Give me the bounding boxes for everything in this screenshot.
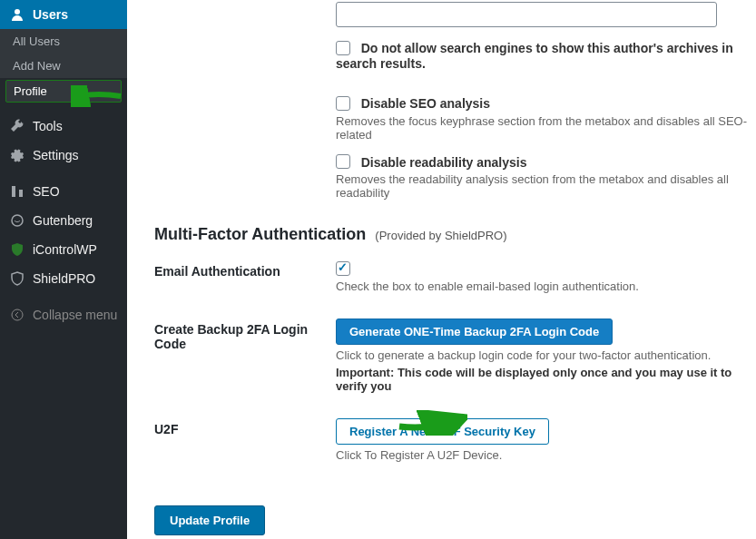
user-icon (9, 7, 25, 22)
disable-seo-checkbox[interactable] (336, 96, 350, 111)
mfa-title: Multi-Factor Authentication (154, 225, 366, 244)
sidebar-collapse[interactable]: Collapse menu (0, 300, 127, 329)
update-profile-button[interactable]: Update Profile (154, 505, 265, 535)
svg-point-0 (15, 9, 20, 15)
email-auth-checkbox[interactable] (336, 261, 350, 276)
shield-icon (9, 271, 25, 286)
mfa-provided: (Provided by ShieldPRO) (375, 229, 506, 242)
u2f-label: U2F (154, 418, 336, 436)
email-auth-label: Email Authentication (154, 260, 336, 279)
search-engines-checkbox[interactable] (336, 41, 350, 55)
sidebar-item-gutenberg[interactable]: Gutenberg (0, 206, 127, 235)
sidebar-item-shieldpro[interactable]: ShieldPRO (0, 264, 127, 293)
sidebar-sub-profile[interactable]: Profile (5, 80, 122, 103)
svg-point-4 (12, 309, 23, 320)
gear-icon (9, 148, 25, 162)
text-input[interactable] (336, 2, 717, 27)
backup-code-label: Create Backup 2FA Login Code (154, 318, 336, 351)
sidebar-label: Users (33, 7, 68, 22)
sidebar-label: iControlWP (33, 242, 97, 257)
svg-point-3 (12, 215, 23, 226)
sidebar-item-seo[interactable]: SEO (0, 177, 127, 206)
search-engines-label: Do not allow search engines to show this… (336, 41, 733, 71)
disable-seo-label: Disable SEO analysis (361, 96, 490, 111)
collapse-icon (9, 308, 25, 322)
sidebar-item-tools[interactable]: Tools (0, 112, 127, 141)
disable-readability-label: Disable readability analysis (361, 154, 527, 169)
sidebar-sub-add-new[interactable]: Add New (0, 54, 127, 78)
u2f-help: Click To Register A U2F Device. (336, 448, 756, 462)
sidebar-label: Tools (33, 119, 63, 133)
generate-backup-button[interactable]: Generate ONE-Time Backup 2FA Login Code (336, 318, 613, 345)
sidebar-sub-all-users[interactable]: All Users (0, 29, 127, 54)
seo-icon (9, 184, 25, 199)
gutenberg-icon (9, 213, 25, 228)
backup-help: Click to generate a backup login code fo… (336, 348, 756, 362)
wrench-icon (9, 119, 25, 133)
disable-readability-help: Removes the readability analysis section… (336, 172, 756, 200)
admin-sidebar: Users All Users Add New Profile Tools Se… (0, 0, 127, 539)
email-auth-help: Check the box to enable email-based logi… (336, 279, 756, 293)
sidebar-label: ShieldPRO (33, 271, 95, 286)
profile-main: Do not allow search engines to show this… (127, 0, 756, 539)
shield-green-icon (9, 242, 25, 257)
disable-seo-help: Removes the focus keyphrase section from… (336, 114, 756, 142)
sidebar-label: Settings (33, 148, 79, 162)
sidebar-label: SEO (33, 184, 60, 199)
disable-readability-checkbox[interactable] (336, 154, 350, 169)
sidebar-item-icontrolwp[interactable]: iControlWP (0, 235, 127, 264)
backup-important: Important: This code will be displayed o… (336, 366, 756, 393)
mfa-section-header: Multi-Factor Authentication (Provided by… (154, 225, 756, 244)
svg-rect-1 (12, 186, 15, 197)
svg-rect-2 (19, 190, 23, 197)
sidebar-item-users[interactable]: Users (0, 0, 127, 29)
register-u2f-button[interactable]: Register A New U2F Security Key (336, 418, 549, 445)
sidebar-label: Gutenberg (33, 213, 93, 228)
sidebar-label: Collapse menu (33, 308, 117, 322)
sidebar-item-settings[interactable]: Settings (0, 141, 127, 170)
